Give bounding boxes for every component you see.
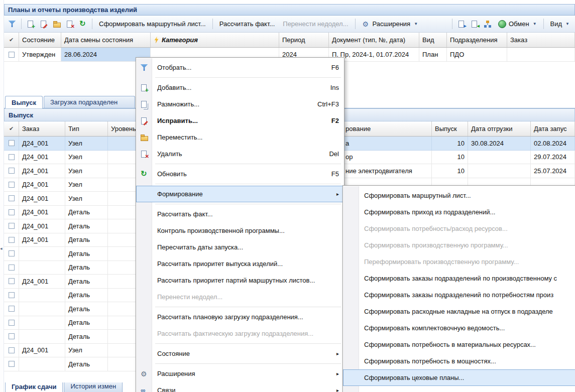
row-checkbox-cell[interactable] <box>4 316 19 330</box>
priority-batches-menu-item[interactable]: Рассчитать приоритет партий маршрутных л… <box>136 272 344 289</box>
collapse-arrow-icon[interactable]: ◂ <box>0 246 3 251</box>
edit-menu-item[interactable]: Исправить... F2 <box>136 112 344 129</box>
header-ship-date[interactable]: Дата отгрузки <box>468 121 531 136</box>
tab-vypusk[interactable]: Выпуск <box>5 96 43 108</box>
add-menu-item[interactable]: Добавить... Ins <box>136 79 344 96</box>
links-menu-item[interactable]: Связи ▸ <box>136 382 344 392</box>
row-checkbox-cell[interactable] <box>4 261 19 275</box>
checkbox[interactable] <box>9 52 15 58</box>
form-division-orders-production-menu-item[interactable]: Сформировать заказы подразделений по про… <box>343 270 575 287</box>
checkbox[interactable] <box>9 347 15 353</box>
header-select-all[interactable]: ✔ <box>4 121 19 136</box>
planned-load-menu-item[interactable]: Рассчитать плановую загрузку подразделен… <box>136 309 344 325</box>
row-checkbox-cell[interactable] <box>4 330 19 344</box>
move-menu-item[interactable]: Переместить... <box>136 129 344 146</box>
header-state[interactable]: Состояние <box>19 33 61 47</box>
header-category[interactable]: Категория <box>151 33 279 47</box>
filter-menu-item[interactable]: Отобрать... F6 <box>136 59 344 76</box>
row-checkbox-cell[interactable] <box>4 357 19 371</box>
checkbox[interactable] <box>9 168 15 174</box>
header-period[interactable]: Период <box>279 33 329 47</box>
structure-button[interactable] <box>482 18 494 30</box>
tab-zagruzka-podrazdelenij[interactable]: Загрузка подразделен <box>44 96 135 108</box>
row-checkbox-cell[interactable] <box>4 344 19 358</box>
form-division-orders-demand-menu-item[interactable]: Сформировать заказы подразделений по пот… <box>343 287 575 303</box>
header-divisions[interactable]: Подразделения <box>447 33 507 47</box>
form-picking-list-menu-item[interactable]: Сформировать комплектовочную ведомость..… <box>343 320 575 336</box>
row-checkbox-cell[interactable] <box>4 275 19 289</box>
form-route-sheet-menu-item[interactable]: Сформировать маршрутный лист... <box>343 187 575 204</box>
row-checkbox-cell[interactable] <box>4 48 19 62</box>
checkbox[interactable] <box>9 306 15 312</box>
row-checkbox-cell[interactable] <box>4 178 19 192</box>
extensions-menu-item[interactable]: Расширения ▸ <box>136 365 344 382</box>
delete-document-button[interactable] <box>64 18 76 30</box>
row-checkbox-cell[interactable] <box>4 247 19 261</box>
header-order[interactable]: Заказ <box>507 33 575 47</box>
row-checkbox-cell[interactable] <box>4 137 19 151</box>
form-expense-invoices-menu-item[interactable]: Сформировать расходные накладные на отпу… <box>343 303 575 320</box>
checkbox[interactable] <box>9 195 15 201</box>
state-menu-item[interactable]: Состояние ▸ <box>136 345 344 362</box>
checkbox[interactable] <box>9 154 15 160</box>
checkbox[interactable] <box>9 250 15 256</box>
checkbox[interactable] <box>9 265 15 271</box>
refresh-menu-item[interactable]: Обновить F5 <box>136 166 344 182</box>
header-order[interactable]: Заказ <box>19 121 65 136</box>
header-kind[interactable]: Вид <box>419 33 447 47</box>
row-checkbox-cell[interactable] <box>4 164 19 178</box>
formation-menu-item[interactable]: Формирование ▸ <box>136 186 344 202</box>
edit-document-button[interactable] <box>38 18 50 30</box>
row-checkbox-cell[interactable] <box>4 289 19 303</box>
tab-istoriya-izmenenij[interactable]: История измен <box>64 382 123 392</box>
panel-splitter[interactable]: ◂ <box>0 0 4 392</box>
checkbox[interactable] <box>9 237 15 243</box>
form-material-demand-menu-item[interactable]: Сформировать потребность в материальных … <box>343 336 575 353</box>
header-name[interactable]: рование <box>342 121 432 136</box>
checkbox[interactable] <box>9 320 15 326</box>
header-launch-date[interactable]: Дата запус <box>531 121 575 136</box>
add-document-button[interactable] <box>25 18 37 30</box>
checkbox[interactable] <box>9 223 15 229</box>
header-select-all[interactable]: ✔ <box>4 33 19 47</box>
route-sheet-button[interactable]: Сформировать маршрутный лист... <box>95 19 209 29</box>
priority-products-menu-item[interactable]: Рассчитать приоритет выпуска изделий... <box>136 255 344 272</box>
form-shop-plans-menu-item[interactable]: Сформировать цеховые планы... <box>343 369 575 386</box>
row-checkbox-cell[interactable] <box>4 302 19 316</box>
header-qty[interactable]: Выпуск <box>432 121 468 136</box>
header-document[interactable]: Документ (тип, №, дата) <box>329 33 419 47</box>
duplicate-menu-item[interactable]: Размножить... Ctrl+F3 <box>136 96 344 112</box>
checkbox[interactable] <box>9 140 15 146</box>
calc-fact-menu-item[interactable]: Рассчитать факт... <box>136 206 344 222</box>
row-checkbox-cell[interactable] <box>4 233 19 247</box>
row-checkbox-cell[interactable] <box>4 151 19 165</box>
row-checkbox-cell[interactable] <box>4 206 19 220</box>
row-checkbox-cell[interactable] <box>4 219 19 233</box>
import-document-button[interactable] <box>469 18 481 30</box>
menu-item-label: Рассчитать приоритет выпуска изделий... <box>157 260 283 268</box>
export-document-button[interactable] <box>455 18 468 30</box>
recalc-launch-dates-menu-item[interactable]: Пересчитать даты запуска... <box>136 239 344 255</box>
header-state-date[interactable]: Дата смены состояния <box>61 33 151 47</box>
row-checkbox-cell[interactable] <box>4 192 19 206</box>
checkbox[interactable] <box>9 182 15 188</box>
view-button[interactable]: Вид ▼ <box>547 19 573 29</box>
checkbox[interactable] <box>9 361 15 367</box>
header-type[interactable]: Тип <box>65 121 108 136</box>
form-incoming-from-divisions-menu-item[interactable]: Сформировать приход из подразделений... <box>343 204 575 220</box>
form-capacity-demand-menu-item[interactable]: Сформировать потребность в мощностях... <box>343 353 575 369</box>
tab-grafik-sdachi[interactable]: График сдачи <box>5 382 63 392</box>
delete-menu-item[interactable]: Удалить Del <box>136 146 344 162</box>
checkbox[interactable] <box>9 209 15 215</box>
extensions-button[interactable]: Расширения ▼ <box>359 19 422 30</box>
checkbox[interactable] <box>9 292 15 298</box>
exchange-button[interactable]: Обмен ▼ <box>495 19 540 30</box>
filter-button[interactable] <box>6 18 18 30</box>
form-delivery-schedule-menu-item[interactable]: Сформировать график сдачи... <box>343 386 575 392</box>
calc-fact-button[interactable]: Рассчитать факт... <box>216 19 279 29</box>
move-folder-button[interactable] <box>51 18 63 30</box>
refresh-button[interactable] <box>77 18 89 30</box>
checkbox[interactable] <box>9 278 15 284</box>
control-program-menu-item[interactable]: Контроль производственной программы... <box>136 222 344 239</box>
checkbox[interactable] <box>9 333 15 339</box>
